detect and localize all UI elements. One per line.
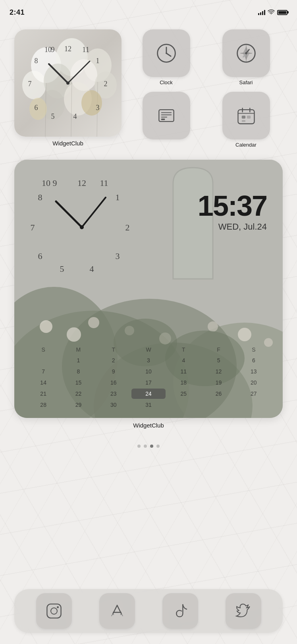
app-icon-clock-label: Clock [160, 79, 173, 85]
large-widget-section: 12 1 2 3 4 5 6 7 8 9 10 11 [0, 156, 297, 437]
cal-day-9: 9 [96, 366, 131, 377]
svg-text:11: 11 [100, 178, 108, 188]
cal-day-14: 14 [26, 377, 60, 388]
svg-text:7: 7 [31, 222, 35, 232]
cal-header-t1: T [96, 345, 131, 354]
news-icon [155, 104, 177, 127]
page-dot-3[interactable] [156, 445, 160, 448]
svg-point-60 [40, 320, 52, 333]
cal-day-4: 4 [166, 355, 201, 366]
large-widget-label: WidgetClub [133, 422, 164, 429]
svg-text:2: 2 [104, 80, 108, 88]
digital-time: 15:37 [198, 191, 267, 220]
svg-text:4: 4 [73, 112, 77, 120]
dock-icon-tiktok[interactable] [162, 593, 198, 629]
svg-line-80 [56, 201, 82, 227]
cal-day-10: 10 [131, 366, 166, 377]
widget-club-large[interactable]: 12 1 2 3 4 5 6 7 8 9 10 11 [14, 160, 283, 418]
cal-day-11: 11 [166, 366, 201, 377]
cal-day-23: 23 [96, 389, 131, 399]
page-dot-1[interactable] [144, 445, 147, 448]
cal-day-17: 17 [131, 377, 166, 388]
cal-day-12: 12 [201, 366, 235, 377]
page-dot-0[interactable] [137, 445, 141, 448]
cal-day-21: 21 [26, 389, 60, 399]
dock-icon-twitter[interactable] [226, 593, 261, 629]
signal-icon [258, 10, 265, 15]
dock-icon-instagram-box [36, 593, 72, 629]
svg-rect-40 [159, 110, 174, 122]
svg-text:8: 8 [38, 192, 42, 202]
svg-text:6: 6 [35, 104, 38, 112]
svg-text:10: 10 [42, 178, 50, 188]
dock-icon-instagram[interactable] [36, 593, 72, 629]
app-icon-calendar[interactable]: Calendar [209, 92, 283, 148]
svg-text:3: 3 [96, 104, 100, 112]
cal-header-s1: S [26, 345, 60, 354]
app-icon-news[interactable] [129, 92, 203, 148]
page-dot-2-active[interactable] [150, 445, 153, 448]
cal-day-7: 7 [26, 366, 60, 377]
dock-icon-twitter-box [226, 593, 261, 629]
svg-line-27 [68, 61, 90, 83]
main-content: 12 1 2 3 4 5 6 7 8 9 11 10 [0, 20, 297, 644]
cal-day-22: 22 [61, 389, 95, 399]
svg-rect-51 [241, 120, 245, 122]
cal-day-20: 20 [237, 377, 271, 388]
svg-text:6: 6 [38, 251, 42, 261]
cal-day-24-today: 24 [131, 389, 166, 399]
app-icon-safari-box [222, 29, 270, 77]
svg-text:4: 4 [90, 264, 94, 274]
svg-line-31 [166, 53, 171, 56]
app-icons-grid: Clock Safari [129, 29, 283, 148]
large-widget-bg: 12 1 2 3 4 5 6 7 8 9 10 11 [14, 160, 283, 418]
cal-day-8: 8 [61, 366, 95, 377]
cal-day-31: 31 [131, 400, 166, 410]
cal-day-1: 1 [61, 355, 95, 366]
analog-clock-small: 12 1 2 3 4 5 6 7 8 9 11 10 [14, 29, 122, 137]
clock-icon [155, 42, 177, 64]
digital-date: WED, Jul.24 [198, 222, 267, 232]
cal-day-26: 26 [201, 389, 235, 399]
svg-text:8: 8 [35, 57, 38, 65]
cal-header-t2: T [166, 345, 201, 354]
svg-point-84 [51, 608, 57, 614]
svg-rect-83 [47, 604, 61, 618]
cal-header-w: W [131, 345, 166, 354]
battery-icon [277, 10, 287, 15]
dock-icon-appstore-box [99, 593, 135, 629]
cal-day-28: 28 [26, 400, 60, 410]
svg-line-81 [82, 197, 106, 227]
svg-rect-44 [161, 118, 164, 120]
cal-header-m: M [61, 345, 95, 354]
cal-header-f: F [201, 345, 235, 354]
calendar-area: S M T W T F S 1 2 3 4 5 6 [26, 345, 271, 410]
app-icon-calendar-box [222, 92, 270, 139]
status-icons [258, 10, 287, 15]
svg-text:10: 10 [44, 46, 52, 54]
svg-text:3: 3 [116, 251, 120, 261]
cal-day-6: 6 [237, 355, 271, 366]
cal-day-29: 29 [61, 400, 95, 410]
svg-line-26 [49, 64, 68, 83]
widget-club-small-label: WidgetClub [14, 140, 122, 147]
page-indicators [0, 445, 297, 448]
widget-club-small[interactable]: 12 1 2 3 4 5 6 7 8 9 11 10 [14, 29, 122, 147]
app-icon-clock[interactable]: Clock [129, 29, 203, 85]
svg-text:5: 5 [51, 112, 55, 120]
svg-point-63 [208, 321, 218, 332]
cal-day-27: 27 [237, 389, 271, 399]
dock-icon-appstore[interactable] [99, 593, 135, 629]
app-icon-clock-box [143, 29, 190, 77]
cal-day-13: 13 [237, 366, 271, 377]
dock-icon-tiktok-box [162, 593, 198, 629]
app-icon-safari-label: Safari [239, 79, 253, 85]
svg-text:1: 1 [96, 57, 100, 65]
cal-day-16: 16 [96, 377, 131, 388]
tiktok-icon [171, 601, 190, 621]
twitter-icon [234, 601, 253, 621]
calendar-icon [235, 104, 257, 127]
app-icon-safari[interactable]: Safari [209, 29, 283, 85]
cal-day-15: 15 [61, 377, 95, 388]
wifi-icon [268, 10, 275, 15]
